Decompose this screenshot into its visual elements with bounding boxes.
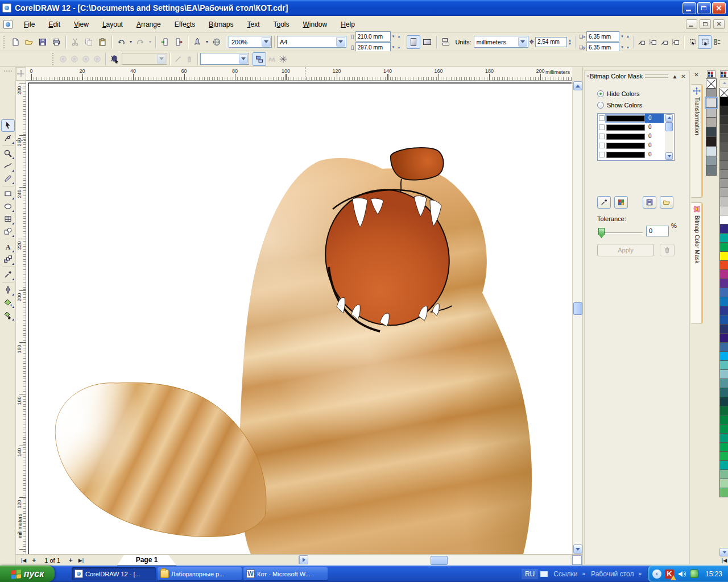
color-swatch[interactable] — [706, 98, 717, 108]
fill-tool[interactable] — [1, 296, 15, 309]
menu-text[interactable]: Text — [240, 18, 266, 31]
print-button[interactable] — [49, 35, 63, 49]
menu-help[interactable]: Help — [334, 18, 362, 31]
color-swatch[interactable] — [719, 115, 728, 124]
mdi-minimize-button[interactable] — [686, 19, 697, 29]
mdi-restore-button[interactable] — [700, 19, 711, 29]
paper-height-spinner[interactable]: ▼▲ — [391, 45, 402, 49]
vertical-scrollbar[interactable] — [572, 81, 582, 554]
color-swatch[interactable] — [719, 288, 728, 297]
docker-strip-close-button[interactable]: ✕ — [692, 72, 701, 80]
chevron-right-icon[interactable]: » — [638, 571, 642, 577]
mask-scroll-down[interactable] — [665, 152, 673, 160]
menu-bitmaps[interactable]: Bitmaps — [202, 18, 240, 31]
minimize-button[interactable] — [682, 2, 696, 14]
toolbox-grip[interactable] — [4, 70, 12, 72]
palette-scroll-up-button[interactable] — [719, 79, 728, 88]
color-swatch[interactable] — [719, 324, 728, 334]
palette-menu-button[interactable] — [720, 70, 728, 78]
export-button[interactable] — [172, 35, 185, 49]
docker-rollup-button[interactable]: ▲ — [671, 72, 679, 80]
scroll-right-button[interactable] — [299, 555, 308, 564]
ellipse-tool[interactable] — [1, 200, 15, 213]
chevron-right-icon[interactable]: » — [582, 571, 586, 577]
close-button[interactable]: ✕ — [712, 2, 726, 14]
menu-view[interactable]: View — [67, 18, 96, 31]
color-swatch[interactable] — [719, 97, 728, 106]
keyboard-icon[interactable] — [540, 571, 548, 577]
color-swatch[interactable] — [719, 224, 728, 234]
color-swatch[interactable] — [719, 451, 728, 461]
palette-expand-button[interactable]: |◀ — [722, 558, 727, 563]
color-swatch[interactable] — [719, 178, 728, 188]
outline-tool[interactable] — [1, 284, 15, 296]
color-swatch[interactable] — [719, 406, 728, 415]
docker-title-bar[interactable]: » Bitmap Color Mask ▲ ✕ — [585, 71, 689, 81]
color-swatch[interactable] — [719, 306, 728, 315]
color-swatch[interactable] — [706, 156, 717, 166]
volume-tray-icon[interactable] — [677, 569, 686, 579]
color-swatch[interactable] — [719, 242, 728, 252]
mdi-close-button[interactable]: ✕ — [713, 19, 725, 29]
import-button[interactable] — [158, 35, 172, 49]
copy-button[interactable] — [82, 35, 96, 49]
tolerance-input[interactable]: 0 — [646, 226, 669, 236]
apply-wand-button[interactable] — [172, 53, 184, 65]
color-swatch[interactable] — [719, 142, 728, 152]
palette-menu-button[interactable] — [707, 70, 715, 78]
treat-as-filled-button[interactable] — [686, 36, 698, 48]
graph-paper-tool[interactable] — [1, 213, 15, 225]
color-mask-row[interactable]: 0 — [598, 132, 674, 141]
text-tool[interactable] — [1, 240, 15, 253]
snap-to-grid-button[interactable] — [636, 36, 647, 48]
no-color-swatch[interactable] — [706, 78, 717, 89]
show-colors-radio[interactable]: Show Colors — [597, 102, 642, 109]
open-button[interactable] — [22, 35, 36, 49]
color-swatch[interactable] — [719, 442, 728, 452]
horizontal-ruler[interactable]: millimeters 020406080100120140160180200 — [26, 67, 572, 81]
tolerance-slider[interactable] — [598, 228, 643, 238]
tab-transformation[interactable]: Transformation — [691, 84, 703, 198]
start-button[interactable]: пуск — [0, 566, 55, 582]
color-swatch[interactable] — [706, 136, 717, 147]
docker-close-button[interactable]: ✕ — [679, 72, 688, 80]
color-swatch[interactable] — [719, 433, 728, 443]
units-combo[interactable]: millimeters — [474, 36, 528, 48]
insert-internet-object-button[interactable] — [108, 52, 122, 66]
color-swatch[interactable] — [719, 479, 728, 488]
color-mask-row[interactable]: 0 — [598, 114, 674, 123]
language-indicator[interactable]: RU — [522, 569, 538, 579]
undo-button[interactable] — [114, 35, 128, 49]
duplicate-y-spinner[interactable]: ▼▲ — [619, 45, 631, 49]
color-swatch[interactable] — [719, 251, 728, 261]
color-swatch[interactable] — [719, 415, 728, 425]
color-swatch[interactable] — [719, 160, 728, 170]
menu-tools[interactable]: Tools — [266, 18, 296, 31]
color-selector-button[interactable] — [614, 196, 628, 209]
add-page-after-button[interactable]: + — [67, 556, 75, 564]
show-hotspots-toggle[interactable] — [253, 52, 266, 66]
open-mask-button[interactable] — [660, 196, 673, 209]
rectangle-tool[interactable] — [1, 188, 15, 200]
page-tab[interactable]: Page 1 — [117, 555, 176, 566]
vertical-scroll-thumb[interactable] — [573, 302, 582, 315]
mask-checkbox[interactable] — [599, 152, 605, 157]
horizontal-scrollbar[interactable] — [299, 555, 570, 566]
launcher-dropdown[interactable]: ▼ — [204, 35, 210, 49]
zoom-tool[interactable] — [1, 147, 15, 160]
color-swatch[interactable] — [719, 397, 728, 406]
save-button[interactable] — [36, 35, 49, 49]
mask-list-scrollbar[interactable] — [665, 114, 673, 160]
nudge-offset-field[interactable]: 2,54 mm — [535, 37, 567, 47]
color-swatch[interactable] — [719, 106, 728, 115]
color-swatch[interactable] — [719, 233, 728, 243]
links-toolbar[interactable]: Ссылки » — [553, 570, 585, 578]
property-bar-grip[interactable] — [52, 53, 55, 65]
interactive-blend-tool[interactable] — [1, 253, 15, 265]
paper-width-spinner[interactable]: ▼▲ — [391, 35, 402, 38]
document-navigator-button[interactable] — [572, 555, 582, 565]
zoom-combo-arrow[interactable] — [262, 37, 271, 47]
delete-mask-button[interactable] — [660, 244, 675, 256]
redo-dropdown[interactable]: ▼ — [147, 35, 153, 49]
web-optimizer-button[interactable] — [278, 53, 289, 65]
